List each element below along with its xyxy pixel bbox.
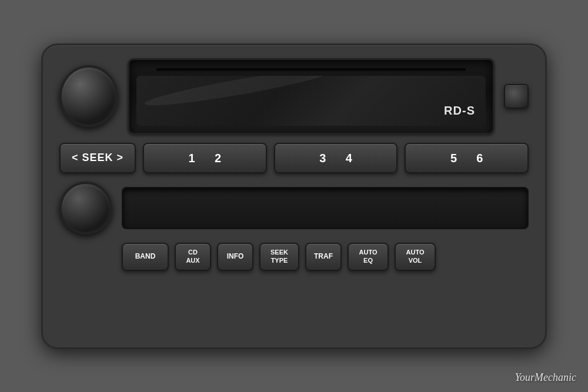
bottom-row: BAND CD AUX INFO SEEK TYPE TRAF AUTO EQ … — [59, 243, 529, 271]
band-button[interactable]: BAND — [122, 243, 169, 271]
cassette-slot — [122, 187, 529, 229]
auto-vol-button[interactable]: AUTO VOL — [395, 243, 436, 271]
seek-button[interactable]: < SEEK > — [59, 143, 136, 173]
preset-5-6-button[interactable]: 5 6 — [405, 143, 529, 173]
middle-row: < SEEK > 1 2 3 4 5 6 — [59, 143, 529, 173]
volume-knob[interactable] — [59, 65, 118, 127]
tuner-knob[interactable] — [59, 182, 112, 234]
eject-button[interactable] — [504, 84, 529, 109]
info-button[interactable]: INFO — [217, 243, 253, 271]
rds-label: RD-S — [444, 104, 475, 118]
auto-eq-button[interactable]: AUTO EQ — [348, 243, 389, 271]
preset-1-button[interactable]: 1 2 — [143, 143, 267, 173]
top-section: RD-S — [59, 58, 529, 135]
traf-button[interactable]: TRAF — [305, 243, 342, 271]
display-screen: RD-S — [136, 76, 486, 126]
preset-3-4-button[interactable]: 3 4 — [274, 143, 398, 173]
seek-type-button[interactable]: SEEK TYPE — [259, 243, 299, 271]
display-area: RD-S — [128, 58, 495, 135]
radio-unit: RD-S < SEEK > 1 2 3 4 5 6 — [41, 43, 547, 349]
cassette-section — [59, 182, 529, 234]
preset-group: 1 2 3 4 5 6 — [143, 143, 529, 173]
cd-slot — [156, 68, 465, 71]
watermark: YourMechanic — [515, 371, 576, 384]
cd-aux-button[interactable]: CD AUX — [175, 243, 211, 271]
